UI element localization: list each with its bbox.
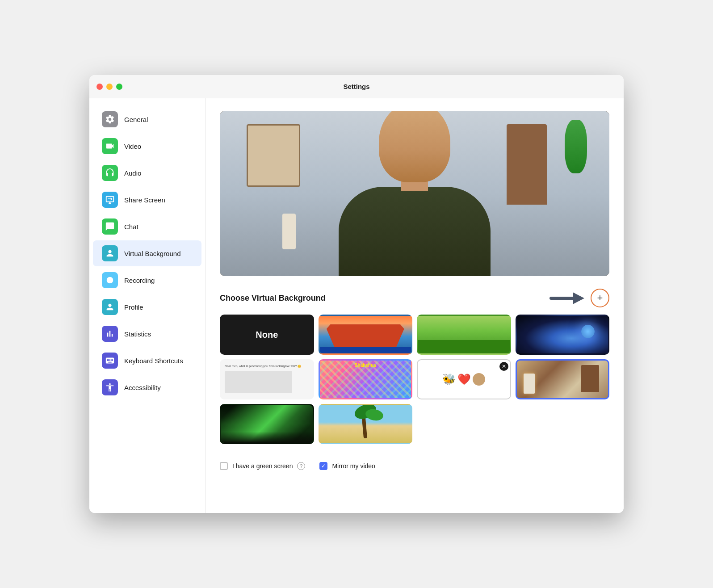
sidebar-item-general[interactable]: General — [93, 106, 201, 132]
audio-icon — [102, 165, 118, 181]
mirror-video-label: Mirror my video — [332, 462, 375, 470]
mirror-video-checkbox[interactable]: ✓ — [319, 462, 327, 470]
background-text-post[interactable]: Dear men, what is preventing you from lo… — [220, 359, 314, 399]
background-space[interactable] — [516, 315, 610, 355]
sidebar-item-virtual-background[interactable]: Virtual Background — [93, 240, 201, 266]
keyboard-icon — [102, 353, 118, 369]
recording-icon — [102, 272, 118, 288]
green-screen-label: I have a green screen — [232, 462, 293, 470]
green-screen-checkbox[interactable] — [220, 462, 228, 470]
choose-title: Choose Virtual Background — [220, 294, 326, 303]
virtual-background-icon — [102, 245, 118, 261]
backgrounds-grid: None — [220, 315, 609, 444]
main-content: Choose Virtual Background + — [206, 98, 624, 513]
arrow-add-container: + — [549, 289, 609, 307]
sidebar-label-recording: Recording — [124, 277, 155, 284]
profile-icon — [102, 299, 118, 315]
background-golden-gate[interactable] — [319, 315, 413, 355]
choose-header: Choose Virtual Background + — [220, 289, 609, 307]
minimize-button[interactable] — [106, 84, 113, 90]
choose-section: Choose Virtual Background + — [220, 289, 609, 444]
video-icon — [102, 138, 118, 154]
sidebar: General Video Audio Sha — [89, 98, 206, 513]
statistics-icon — [102, 326, 118, 342]
traffic-lights — [96, 84, 122, 90]
delete-bee-hearts-button[interactable]: ✕ — [499, 362, 508, 371]
sidebar-item-audio[interactable]: Audio — [93, 160, 201, 186]
add-background-button[interactable]: + — [591, 289, 609, 307]
mirror-video-checkbox-group[interactable]: ✓ Mirror my video — [319, 462, 375, 470]
close-button[interactable] — [96, 84, 103, 90]
background-none[interactable]: None — [220, 315, 314, 355]
sidebar-item-profile[interactable]: Profile — [93, 294, 201, 320]
sidebar-item-recording[interactable]: Recording — [93, 267, 201, 293]
sidebar-item-statistics[interactable]: Statistics — [93, 321, 201, 347]
svg-point-0 — [107, 277, 113, 284]
sidebar-item-share-screen[interactable]: Share Screen — [93, 187, 201, 213]
accessibility-icon — [102, 379, 118, 395]
sidebar-item-keyboard-shortcuts[interactable]: Keyboard Shortcuts — [93, 348, 201, 374]
share-screen-icon — [102, 192, 118, 208]
titlebar: Settings — [89, 75, 624, 98]
window-title: Settings — [343, 83, 369, 90]
green-screen-help-icon[interactable]: ? — [297, 462, 305, 470]
video-preview — [220, 111, 609, 276]
maximize-button[interactable] — [116, 84, 122, 90]
sidebar-label-audio: Audio — [124, 169, 141, 177]
sidebar-label-keyboard-shortcuts: Keyboard Shortcuts — [124, 357, 183, 365]
footer-controls: I have a green screen ? ✓ Mirror my vide… — [220, 455, 609, 470]
sidebar-label-general: General — [124, 116, 148, 123]
sidebar-label-accessibility: Accessibility — [124, 384, 161, 391]
green-screen-checkbox-group[interactable]: I have a green screen ? — [220, 462, 305, 470]
sidebar-label-statistics: Statistics — [124, 330, 151, 338]
background-room[interactable] — [516, 359, 610, 399]
chat-icon — [102, 218, 118, 235]
svg-marker-2 — [573, 292, 584, 304]
background-grass[interactable] — [417, 315, 511, 355]
gear-icon — [102, 111, 118, 127]
sidebar-item-chat[interactable]: Chat — [93, 214, 201, 239]
settings-window: Settings General Video — [89, 75, 624, 513]
sidebar-label-share-screen: Share Screen — [124, 196, 165, 204]
background-aurora[interactable] — [220, 404, 314, 444]
sidebar-label-chat: Chat — [124, 223, 138, 231]
sidebar-item-accessibility[interactable]: Accessibility — [93, 374, 201, 400]
arrow-icon — [549, 290, 585, 306]
sidebar-label-virtual-background: Virtual Background — [124, 250, 180, 257]
sidebar-label-profile: Profile — [124, 303, 143, 311]
content-area: General Video Audio Sha — [89, 98, 624, 513]
background-bee-hearts[interactable]: ✕ 🐝 ❤️ — [417, 359, 511, 399]
background-beach[interactable] — [319, 404, 413, 444]
sidebar-label-video: Video — [124, 143, 141, 150]
svg-rect-1 — [549, 297, 574, 300]
sidebar-item-video[interactable]: Video — [93, 133, 201, 159]
background-shahshua[interactable]: Shahshua — [319, 359, 413, 399]
